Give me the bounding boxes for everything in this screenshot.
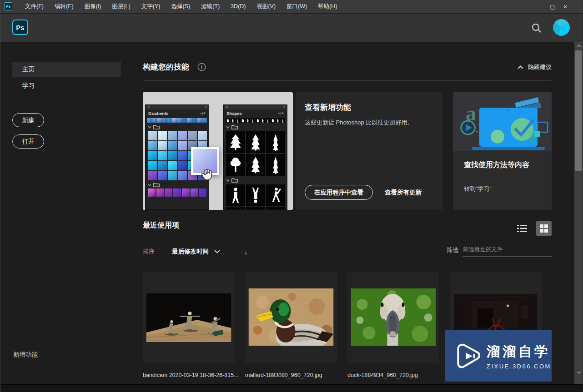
file-card-duck[interactable]: [347, 272, 439, 363]
tree-icon: [226, 118, 230, 123]
learn-card-illustration: a: [453, 92, 552, 151]
gradient-swatch: [188, 131, 197, 140]
info-icon[interactable]: [197, 63, 206, 73]
tree-icon: [276, 118, 280, 123]
list-view-button[interactable]: [514, 221, 530, 236]
folder-icon: [153, 182, 160, 187]
see-all-updates-link[interactable]: 查看所有更新: [385, 189, 422, 197]
scroll-down-arrow[interactable]: [574, 368, 583, 377]
see-in-app-button[interactable]: 在应用程序中查看: [305, 185, 373, 200]
sort-dropdown[interactable]: 最后修改时间: [172, 248, 220, 256]
scrollbar[interactable]: [574, 42, 583, 384]
panel-close-icon: ✕: [147, 105, 150, 109]
sidebar-item-home[interactable]: 主页: [12, 62, 121, 77]
menu-item[interactable]: 编辑(E): [49, 0, 79, 13]
menu-item[interactable]: 视图(V): [251, 0, 281, 13]
hand-cursor-icon: [200, 167, 215, 184]
whats-new-title: 查看新增功能: [305, 102, 351, 113]
shapes-mini-strip: [224, 117, 287, 124]
menu-items: 文件(F)编辑(E)图像(I)图层(L)文字(Y)选择(S)滤镜(T)3D(D)…: [20, 0, 343, 13]
go-to-learn-link[interactable]: 转到“学习”: [464, 185, 492, 193]
gradient-swatch: [172, 118, 177, 123]
person-icon: [226, 184, 245, 206]
whats-new-link[interactable]: 新增功能: [13, 351, 38, 359]
gradient-swatch: [182, 118, 187, 123]
file-card-bandicam[interactable]: [143, 272, 235, 363]
folder-icon: [231, 178, 238, 183]
feature-image-card[interactable]: ✕» Gradients »|≡: [143, 92, 293, 210]
folder-icon: [153, 124, 160, 129]
menu-item[interactable]: 选择(S): [166, 0, 196, 13]
gradient-swatch: [158, 171, 167, 180]
whats-new-body: 这些更新让 Photoshop 比以往更加好用。: [305, 119, 413, 127]
list-view-icon: [517, 224, 527, 233]
avatar[interactable]: [553, 19, 570, 36]
file-card-mallard[interactable]: [245, 272, 337, 363]
gradient-swatch: [148, 189, 156, 197]
minimize-button[interactable]: –: [533, 0, 546, 13]
menu-item[interactable]: 图层(L): [106, 0, 136, 13]
new-button[interactable]: 新建: [12, 113, 44, 127]
person-icon: [246, 184, 265, 206]
sidebar: 主页学习 新建 打开 新增功能: [0, 42, 132, 384]
file-thumbnail: [249, 288, 334, 346]
tree-icon: [281, 118, 285, 123]
menu-item[interactable]: 文件(F): [20, 0, 49, 13]
menu-item[interactable]: 3D(D): [225, 0, 251, 13]
gradient-pink-row: [146, 188, 209, 197]
menu-item[interactable]: 帮助(H): [312, 0, 342, 13]
tree-icon: [226, 154, 245, 176]
tree-icon: [266, 154, 285, 176]
gradient-swatch: [187, 118, 192, 123]
close-button[interactable]: ✕: [559, 0, 572, 13]
gradient-swatch: [157, 118, 162, 123]
file-name: duck-1884934_960_720.jpg: [347, 372, 443, 378]
filter-label: 筛选: [447, 246, 458, 254]
file-thumbnail: [351, 288, 436, 346]
gradient-swatch: [165, 189, 172, 197]
sort-direction-button[interactable]: ↓: [244, 248, 248, 256]
chevron-up-icon: [518, 65, 523, 69]
gradient-swatch: [198, 131, 207, 140]
gradient-swatch: [168, 141, 177, 150]
gradient-swatch: [202, 118, 207, 123]
menu-item[interactable]: 图像(I): [79, 0, 107, 13]
gradient-swatch: [152, 118, 157, 123]
sidebar-item-learn[interactable]: 学习: [12, 78, 121, 93]
ps-logo: Ps: [12, 20, 28, 35]
tree-icon: [236, 118, 240, 123]
gradient-swatch: [158, 161, 167, 170]
menu-item[interactable]: 滤镜(T): [196, 0, 225, 13]
open-button[interactable]: 打开: [12, 134, 44, 149]
panel-close-icon: ✕: [226, 105, 228, 109]
gradient-swatch: [148, 151, 157, 160]
gradient-swatch: [148, 171, 157, 180]
skills-section-title: 构建您的技能: [143, 62, 189, 72]
gradient-swatch: [191, 189, 198, 197]
scroll-up-arrow[interactable]: [574, 42, 583, 50]
hide-suggestions-link[interactable]: 隐藏建议: [518, 63, 552, 71]
person-icon: [266, 184, 285, 206]
gradient-swatch: [168, 151, 177, 160]
gradient-swatch: [168, 161, 177, 170]
gradient-swatch: [156, 189, 164, 197]
menu-item[interactable]: 窗口(W): [281, 0, 312, 13]
gradient-swatch: [178, 161, 187, 170]
scrollbar-thumb[interactable]: [575, 50, 582, 171]
learn-card[interactable]: a: [453, 92, 552, 210]
sort-label: 排序: [143, 248, 155, 256]
gradient-swatch: [199, 189, 206, 197]
grid-view-button[interactable]: [536, 221, 552, 236]
watermark: 溜溜自学 zixue.3d66.com: [445, 330, 552, 382]
gradient-swatch: [178, 151, 187, 160]
gradient-swatch: [178, 131, 187, 140]
app-header: Ps: [0, 14, 583, 42]
maximize-button[interactable]: ▢: [546, 0, 559, 13]
gradient-swatch: [178, 171, 187, 180]
search-icon[interactable]: [531, 22, 543, 34]
filter-input[interactable]: [463, 245, 552, 257]
file-name: mallard-1893080_960_720.jpg: [245, 372, 341, 378]
menu-item[interactable]: 文字(Y): [136, 0, 166, 13]
gradient-swatch: [162, 118, 167, 123]
gradient-swatch: [158, 141, 167, 150]
